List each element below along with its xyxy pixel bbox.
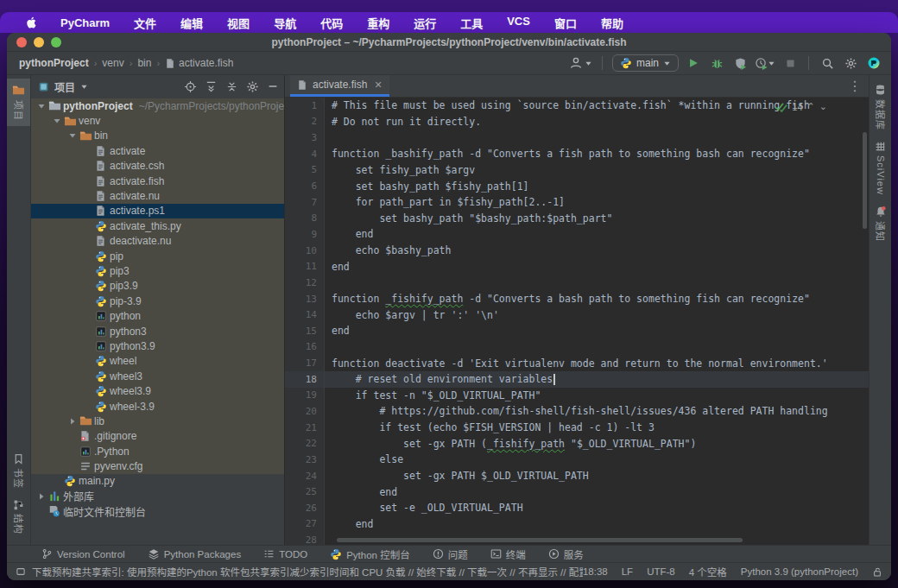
tree-item-pip[interactable]: pip [31,249,284,263]
line-number[interactable]: 20 [285,403,325,420]
scroll-to-source-icon[interactable] [225,80,238,93]
code-line-9[interactable]: 9 end [285,226,869,243]
vertical-scrollbar[interactable] [863,132,867,229]
tree-item-外部库[interactable]: 外部库 [31,489,284,503]
menu-编辑[interactable]: 编辑 [168,15,215,31]
line-number[interactable]: 2 [285,114,325,130]
line-number[interactable]: 9 [285,226,325,243]
stop-button[interactable] [781,54,799,72]
tool-window-button-Python Packages[interactable]: Python Packages [148,548,242,560]
line-number[interactable]: 16 [285,339,325,356]
zoom-window-button[interactable] [51,37,61,47]
line-separator-indicator[interactable]: LF [622,566,633,577]
interpreter-indicator[interactable]: Python 3.9 (pythonProject) [741,566,858,577]
menu-帮助[interactable]: 帮助 [589,15,636,31]
line-number[interactable]: 1 [285,98,325,114]
line-number[interactable]: 4 [285,146,325,162]
code-line-18[interactable]: 18 # reset old environment variables [285,371,869,388]
code-line-3[interactable]: 3 [285,130,869,146]
code-line-26[interactable]: 26 set -e _OLD_VIRTUAL_PATH [285,500,869,516]
code-line-25[interactable]: 25 end [285,484,869,500]
profiler-button[interactable] [755,54,775,72]
line-number[interactable]: 11 [285,258,325,275]
tree-item-activate.nu[interactable]: activate.nu [31,188,284,203]
tree-item-main.py[interactable]: main.py [31,474,284,489]
debug-button[interactable] [708,54,725,72]
tool-window-button-服务[interactable]: 服务 [548,547,584,561]
tab-activate-fish[interactable]: activate.fish ✕ [290,75,389,97]
tab-options-kebab-icon[interactable]: ⋮ [848,78,862,94]
tree-item-lib[interactable]: lib [31,414,284,428]
tree-item-activate.fish[interactable]: activate.fish [31,174,284,188]
tree-item-pip3[interactable]: pip3 [31,263,284,278]
tree-item-python3[interactable]: python3 [31,324,284,338]
close-tab-icon[interactable]: ✕ [374,79,382,91]
tree-item-wheel3.9[interactable]: wheel3.9 [31,383,284,398]
code-line-11[interactable]: 11end [285,258,869,275]
tool-stripe-button-结构[interactable]: 结构 [7,494,30,540]
breadcrumb-item-activate.fish[interactable]: activate.fish [165,57,233,69]
line-number[interactable]: 28 [285,532,325,545]
tree-item-.Python[interactable]: .Python [31,444,284,458]
menu-重构[interactable]: 重构 [355,15,402,31]
code-line-16[interactable]: 16 [285,339,869,356]
window-titlebar[interactable]: pythonProject – ~/PycharmProjects/python… [7,33,891,52]
tool-stripe-button-数据库[interactable]: 数据库 [870,79,891,136]
tree-item-venv[interactable]: venv [31,113,284,128]
tree-item-wheel[interactable]: wheel [31,354,284,369]
code-line-17[interactable]: 17function deactivate -d 'Exit virtualen… [285,355,869,371]
hide-icon[interactable] [267,80,279,92]
line-number[interactable]: 13 [285,291,325,307]
code-line-21[interactable]: 21 if test (echo $FISH_VERSION | head -c… [285,420,869,436]
menu-代码[interactable]: 代码 [308,15,355,31]
code-line-19[interactable]: 19 if test -n "$_OLD_VIRTUAL_PATH" [285,388,869,404]
tree-item-activate.ps1[interactable]: activate.ps1 [31,204,284,218]
apple-menu-icon[interactable] [16,16,48,29]
clock-indicator[interactable]: 18:38 [583,566,608,577]
tool-stripe-button-书签[interactable]: 书签 [7,448,30,494]
line-number[interactable]: 17 [285,355,325,371]
menu-工具[interactable]: 工具 [448,15,495,31]
line-number[interactable]: 5 [285,162,325,179]
close-window-button[interactable] [16,37,27,47]
line-number[interactable]: 12 [285,275,325,291]
code-line-15[interactable]: 15end [285,323,869,339]
encoding-indicator[interactable]: UTF-8 [647,566,675,577]
horizontal-scrollbar[interactable] [337,538,743,542]
tree-item-.gitignore[interactable]: .gitignore [31,429,284,444]
lock-icon[interactable] [872,566,882,578]
line-number[interactable]: 23 [285,452,325,468]
locate-icon[interactable] [184,80,197,93]
search-everywhere-button[interactable] [819,54,836,72]
tree-item-wheel3[interactable]: wheel3 [31,369,284,383]
tree-item-pip3.9[interactable]: pip3.9 [31,279,284,294]
code-line-7[interactable]: 7 for path_part in $fishy_path[2..-1] [285,194,869,211]
code-line-8[interactable]: 8 set bashy_path "$bashy_path:$path_part… [285,210,869,226]
tool-window-button-终端[interactable]: 终端 [490,547,526,561]
indent-indicator[interactable]: 4 个空格 [689,565,727,579]
breadcrumb-item-pythonProject[interactable]: pythonProject [19,57,89,69]
settings-icon[interactable] [246,80,259,93]
code-line-22[interactable]: 22 set -gx PATH (_fishify_path "$_OLD_VI… [285,435,869,452]
code-line-14[interactable]: 14 echo $argv | tr ':' '\n' [285,307,869,323]
settings-button[interactable] [842,54,859,72]
tool-stripe-button-SciView[interactable]: SciView [870,136,891,200]
breadcrumb-item-venv[interactable]: venv [102,57,123,69]
line-number[interactable]: 10 [285,243,325,259]
menu-运行[interactable]: 运行 [402,15,448,31]
line-number[interactable]: 25 [285,484,325,500]
chevron-right-icon[interactable] [35,492,48,501]
tool-window-button-TODO[interactable]: TODO [263,548,307,560]
collapse-all-icon[interactable] [205,80,218,93]
status-message[interactable]: 下载预构建共享索引: 使用预构建的Python 软件包共享索引减少索引时间和 C… [32,565,583,579]
code-line-12[interactable]: 12 [285,275,869,291]
user-icon[interactable] [569,54,592,72]
tree-item-activate_this.py[interactable]: activate_this.py [31,218,284,233]
tree-item-activate.csh[interactable]: activate.csh [31,159,284,174]
chevron-down-icon[interactable] [66,131,79,140]
run-configuration-select[interactable]: main [612,54,679,72]
tree-item-bin[interactable]: bin [31,129,284,143]
tree-item-activate[interactable]: activate [31,143,284,158]
menu-VCS[interactable]: VCS [495,15,542,31]
code-line-24[interactable]: 24 set -gx PATH $_OLD_VIRTUAL_PATH [285,468,869,484]
